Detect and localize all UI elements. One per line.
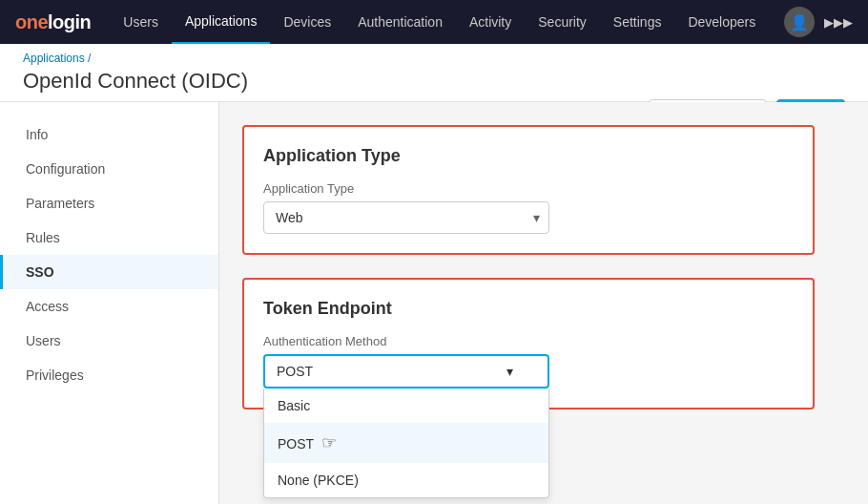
page-title: OpenId Connect (OIDC)	[23, 69, 845, 101]
logo: onelogin	[15, 11, 91, 33]
sidebar-item-access[interactable]: Access	[0, 289, 218, 324]
application-type-select-wrapper: Web Native Single Page ▾	[263, 201, 549, 234]
application-type-select[interactable]: Web Native Single Page	[263, 201, 549, 234]
token-endpoint-card: Token Endpoint Authentication Method POS…	[242, 278, 815, 410]
sidebar-item-rules[interactable]: Rules	[0, 220, 218, 255]
nav-devices[interactable]: Devices	[270, 0, 344, 44]
nav-right: 👤 ▶▶▶	[784, 7, 853, 37]
cursor-hand-icon: ☞	[321, 432, 337, 453]
auth-method-dropdown: POST ▾ Basic POST ☞ None (PKCE)	[263, 354, 549, 388]
user-name: ▶▶▶	[824, 15, 853, 30]
auth-method-select-shown[interactable]: POST ▾	[263, 354, 549, 388]
dropdown-option-post[interactable]: POST ☞	[264, 423, 548, 463]
sidebar-item-info[interactable]: Info	[0, 117, 218, 152]
avatar[interactable]: 👤	[784, 7, 815, 37]
token-endpoint-title: Token Endpoint	[263, 299, 794, 319]
application-type-card: Application Type Application Type Web Na…	[242, 125, 815, 255]
sidebar-item-users[interactable]: Users	[0, 324, 218, 358]
nav-security[interactable]: Security	[525, 0, 600, 44]
dropdown-arrow-icon: ▾	[506, 364, 513, 379]
nav-activity[interactable]: Activity	[456, 0, 525, 44]
breadcrumb[interactable]: Applications /	[23, 52, 845, 65]
nav-applications[interactable]: Applications	[172, 0, 271, 44]
nav-users[interactable]: Users	[110, 0, 172, 44]
application-type-label: Application Type	[263, 181, 794, 196]
nav-developers[interactable]: Developers	[674, 0, 769, 44]
sidebar-item-parameters[interactable]: Parameters	[0, 186, 218, 220]
nav-authentication[interactable]: Authentication	[344, 0, 456, 44]
auth-method-label: Authentication Method	[263, 334, 794, 348]
selected-value: POST	[277, 364, 313, 379]
nav-settings[interactable]: Settings	[600, 0, 675, 44]
top-nav: onelogin Users Applications Devices Auth…	[0, 0, 868, 44]
sidebar: Info Configuration Parameters Rules SSO …	[0, 102, 219, 504]
dropdown-option-none[interactable]: None (PKCE)	[264, 463, 548, 497]
sub-header: Applications / OpenId Connect (OIDC) Mor…	[0, 44, 868, 102]
nav-links: Users Applications Devices Authenticatio…	[110, 0, 784, 44]
application-type-title: Application Type	[263, 146, 794, 166]
sidebar-item-configuration[interactable]: Configuration	[0, 152, 218, 186]
sidebar-item-sso[interactable]: SSO	[0, 255, 218, 289]
main-layout: Info Configuration Parameters Rules SSO …	[0, 102, 868, 504]
auth-method-dropdown-menu: Basic POST ☞ None (PKCE)	[263, 388, 549, 498]
dropdown-option-post-label: POST	[278, 436, 314, 452]
dropdown-option-basic[interactable]: Basic	[264, 388, 548, 423]
sidebar-item-privileges[interactable]: Privileges	[0, 358, 218, 392]
main-content: Application Type Application Type Web Na…	[219, 102, 868, 504]
